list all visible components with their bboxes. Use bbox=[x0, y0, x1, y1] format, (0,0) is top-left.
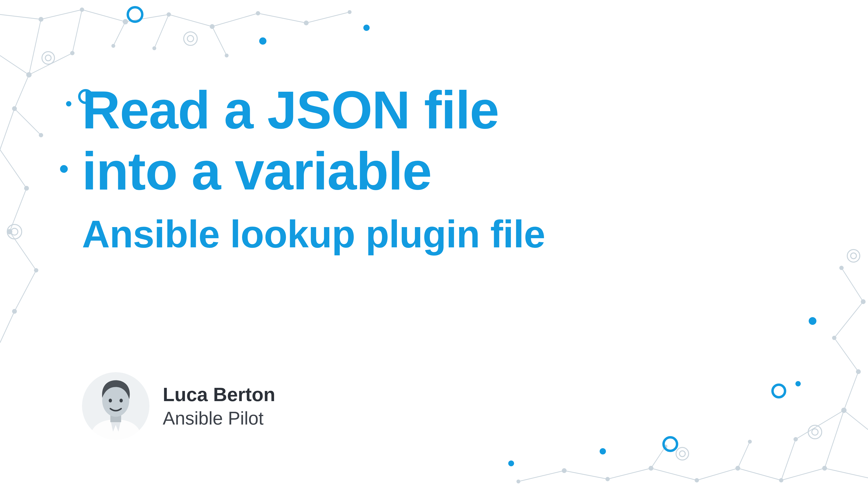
svg-point-77 bbox=[606, 477, 610, 481]
svg-line-60 bbox=[564, 470, 608, 479]
author-block: Luca Berton Ansible Pilot bbox=[82, 372, 275, 440]
svg-point-87 bbox=[839, 266, 844, 270]
svg-point-28 bbox=[256, 11, 260, 16]
svg-point-80 bbox=[841, 408, 846, 413]
svg-point-53 bbox=[66, 101, 71, 107]
author-text: Luca Berton Ansible Pilot bbox=[163, 382, 275, 430]
svg-line-21 bbox=[212, 27, 227, 56]
svg-line-7 bbox=[306, 12, 350, 23]
svg-point-38 bbox=[12, 309, 17, 314]
svg-point-46 bbox=[184, 32, 197, 46]
svg-line-61 bbox=[518, 470, 564, 482]
svg-point-75 bbox=[695, 478, 699, 483]
svg-point-29 bbox=[304, 21, 309, 25]
svg-point-96 bbox=[809, 317, 816, 325]
svg-point-31 bbox=[26, 72, 32, 78]
svg-point-45 bbox=[45, 55, 51, 61]
title-line-1: Read a JSON file bbox=[82, 80, 805, 141]
title-block: Read a JSON file into a variable Ansible… bbox=[82, 80, 805, 257]
svg-line-67 bbox=[781, 439, 796, 480]
svg-point-35 bbox=[24, 186, 29, 191]
svg-point-50 bbox=[60, 165, 68, 173]
svg-point-72 bbox=[822, 466, 827, 470]
svg-line-71 bbox=[841, 268, 863, 302]
svg-line-15 bbox=[0, 150, 27, 188]
svg-line-69 bbox=[738, 442, 750, 468]
svg-point-43 bbox=[11, 228, 18, 235]
svg-point-40 bbox=[225, 54, 228, 57]
svg-point-85 bbox=[748, 440, 752, 443]
svg-line-62 bbox=[844, 410, 868, 430]
svg-point-42 bbox=[7, 225, 22, 239]
svg-point-95 bbox=[663, 437, 677, 451]
svg-line-2 bbox=[82, 10, 125, 22]
svg-point-48 bbox=[128, 7, 142, 22]
svg-line-12 bbox=[72, 10, 82, 53]
svg-line-6 bbox=[258, 13, 306, 23]
svg-point-26 bbox=[166, 12, 171, 17]
svg-line-59 bbox=[608, 468, 651, 479]
svg-point-83 bbox=[861, 299, 866, 304]
svg-point-36 bbox=[7, 229, 12, 234]
svg-point-39 bbox=[152, 46, 156, 50]
svg-point-93 bbox=[679, 451, 685, 457]
svg-point-78 bbox=[562, 468, 567, 473]
svg-point-74 bbox=[735, 466, 740, 470]
svg-point-73 bbox=[779, 478, 783, 483]
svg-line-54 bbox=[825, 468, 868, 478]
svg-point-98 bbox=[508, 460, 514, 466]
svg-point-81 bbox=[856, 369, 861, 374]
svg-line-9 bbox=[14, 75, 29, 109]
svg-line-64 bbox=[834, 338, 858, 372]
svg-line-65 bbox=[834, 302, 863, 338]
svg-point-41 bbox=[112, 44, 115, 48]
svg-line-20 bbox=[154, 15, 169, 48]
slide: Read a JSON file into a variable Ansible… bbox=[0, 0, 868, 488]
svg-point-82 bbox=[832, 336, 836, 340]
svg-point-44 bbox=[42, 52, 55, 64]
svg-point-52 bbox=[363, 25, 370, 31]
avatar bbox=[82, 372, 150, 440]
svg-line-4 bbox=[169, 15, 212, 27]
svg-line-13 bbox=[29, 53, 72, 75]
subtitle: Ansible lookup plugin file bbox=[82, 211, 805, 257]
svg-line-17 bbox=[10, 232, 36, 270]
svg-line-5 bbox=[212, 13, 258, 27]
svg-line-56 bbox=[738, 468, 781, 480]
svg-point-47 bbox=[187, 35, 194, 42]
svg-point-37 bbox=[34, 268, 38, 272]
author-role: Ansible Pilot bbox=[163, 407, 275, 430]
svg-line-63 bbox=[844, 372, 858, 410]
svg-point-32 bbox=[12, 106, 17, 111]
svg-line-0 bbox=[0, 15, 41, 19]
svg-line-58 bbox=[651, 468, 697, 480]
svg-line-16 bbox=[10, 188, 27, 232]
svg-point-105 bbox=[120, 399, 123, 403]
svg-point-99 bbox=[796, 381, 801, 386]
svg-point-84 bbox=[794, 437, 798, 441]
svg-line-11 bbox=[29, 19, 41, 75]
svg-line-22 bbox=[113, 22, 125, 46]
svg-line-57 bbox=[697, 468, 738, 480]
svg-line-68 bbox=[796, 410, 844, 439]
svg-point-51 bbox=[259, 37, 267, 45]
svg-point-97 bbox=[600, 448, 606, 455]
svg-point-34 bbox=[70, 51, 74, 55]
svg-point-27 bbox=[210, 24, 215, 29]
svg-point-23 bbox=[38, 17, 43, 22]
svg-point-24 bbox=[80, 7, 84, 12]
svg-point-92 bbox=[676, 448, 689, 460]
svg-point-90 bbox=[847, 250, 860, 262]
svg-point-86 bbox=[663, 444, 668, 449]
svg-point-25 bbox=[123, 19, 128, 24]
svg-line-19 bbox=[0, 311, 14, 343]
svg-line-70 bbox=[651, 447, 665, 468]
title-line-2: into a variable bbox=[82, 141, 805, 202]
svg-point-79 bbox=[517, 480, 520, 483]
svg-line-10 bbox=[14, 109, 41, 135]
svg-line-66 bbox=[825, 410, 844, 468]
svg-line-1 bbox=[41, 10, 82, 19]
svg-point-89 bbox=[812, 429, 818, 435]
svg-line-55 bbox=[781, 468, 825, 480]
svg-point-91 bbox=[850, 253, 857, 259]
